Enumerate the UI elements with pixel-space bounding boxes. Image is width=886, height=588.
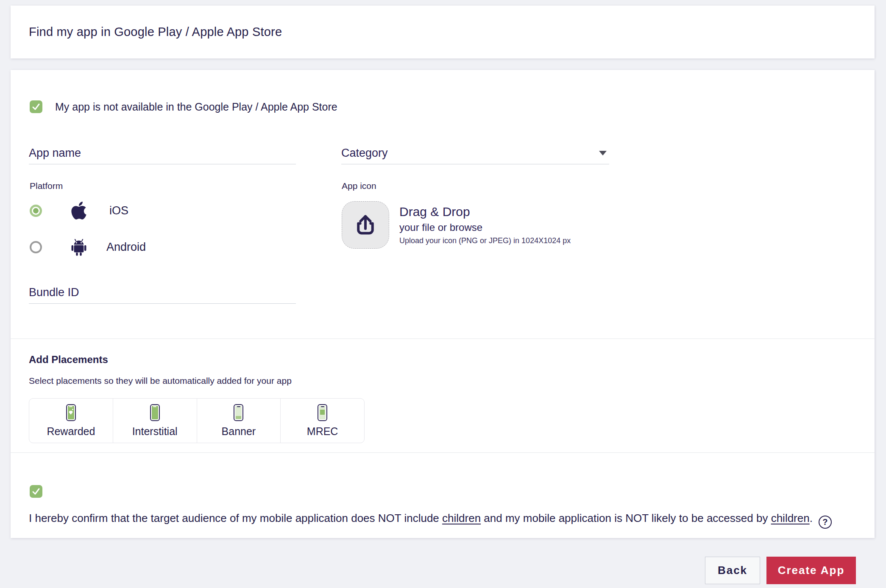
placements-title: Add Placements bbox=[29, 354, 108, 366]
confirmation-checkbox[interactable] bbox=[30, 485, 42, 498]
platform-label: Platform bbox=[30, 181, 63, 191]
apple-icon bbox=[65, 200, 92, 221]
banner-phone-icon bbox=[234, 404, 243, 421]
upload-icon bbox=[353, 212, 378, 238]
placement-label: Rewarded bbox=[47, 425, 95, 438]
ios-label: iOS bbox=[109, 204, 128, 217]
rewarded-phone-icon bbox=[66, 404, 76, 421]
mrec-phone-icon bbox=[318, 404, 327, 421]
dropzone[interactable] bbox=[342, 201, 389, 249]
create-app-button[interactable]: Create App bbox=[766, 557, 856, 584]
bundle-id-input[interactable] bbox=[29, 282, 296, 303]
confirmation-text: I hereby confirm that the target audienc… bbox=[29, 510, 864, 529]
category-select[interactable]: Category bbox=[341, 142, 609, 164]
placement-label: Banner bbox=[222, 425, 256, 438]
android-label: Android bbox=[106, 241, 146, 254]
platform-option-ios[interactable]: iOS bbox=[30, 199, 128, 222]
header-card: Find my app in Google Play / Apple App S… bbox=[11, 6, 875, 58]
placements-subtitle: Select placements so they will be automa… bbox=[29, 376, 292, 386]
checkmark-icon bbox=[31, 487, 41, 496]
confirmation-text-prefix: I hereby confirm that the target audienc… bbox=[29, 512, 442, 524]
children-link-2[interactable]: children bbox=[771, 512, 810, 524]
availability-checkbox[interactable] bbox=[30, 100, 42, 113]
dropzone-title: Drag & Drop bbox=[399, 205, 571, 219]
placement-mrec[interactable]: MREC bbox=[281, 399, 364, 443]
dropzone-hint: Upload your icon (PNG or JPEG) in 1024X1… bbox=[399, 236, 571, 245]
placement-interstitial[interactable]: Interstitial bbox=[113, 399, 197, 443]
confirmation-text-middle: and my mobile application is NOT likely … bbox=[481, 512, 771, 524]
bundle-id-field[interactable] bbox=[29, 282, 296, 304]
page-title: Find my app in Google Play / Apple App S… bbox=[29, 25, 282, 39]
ios-radio[interactable] bbox=[30, 205, 42, 217]
dropzone-text: Drag & Drop your file or browse Upload y… bbox=[399, 201, 571, 249]
availability-label: My app is not available in the Google Pl… bbox=[55, 101, 337, 113]
checkmark-icon bbox=[31, 102, 41, 111]
back-button[interactable]: Back bbox=[705, 557, 760, 584]
app-name-field[interactable] bbox=[29, 142, 296, 164]
section-divider bbox=[11, 338, 875, 339]
android-radio[interactable] bbox=[30, 241, 42, 253]
availability-row: My app is not available in the Google Pl… bbox=[30, 100, 337, 113]
app-name-input[interactable] bbox=[29, 142, 296, 164]
category-label: Category bbox=[341, 147, 388, 160]
chevron-down-icon bbox=[599, 151, 607, 155]
placement-group: Rewarded Interstitial Banner bbox=[29, 398, 365, 443]
dropzone-subtitle[interactable]: your file or browse bbox=[399, 222, 571, 233]
placement-label: Interstitial bbox=[132, 425, 178, 438]
platform-option-android[interactable]: Android bbox=[30, 235, 146, 259]
question-circle-icon[interactable]: ? bbox=[819, 516, 832, 529]
section-divider bbox=[11, 452, 875, 453]
placement-label: MREC bbox=[307, 425, 338, 438]
placement-banner[interactable]: Banner bbox=[197, 399, 281, 443]
placement-rewarded[interactable]: Rewarded bbox=[29, 399, 113, 443]
interstitial-phone-icon bbox=[150, 404, 160, 421]
android-icon bbox=[65, 238, 92, 256]
main-form-card: My app is not available in the Google Pl… bbox=[11, 70, 875, 538]
children-link-1[interactable]: children bbox=[442, 512, 481, 524]
app-icon-label: App icon bbox=[342, 181, 376, 191]
confirmation-text-suffix: . bbox=[810, 512, 813, 524]
app-icon-upload: Drag & Drop your file or browse Upload y… bbox=[342, 201, 571, 249]
